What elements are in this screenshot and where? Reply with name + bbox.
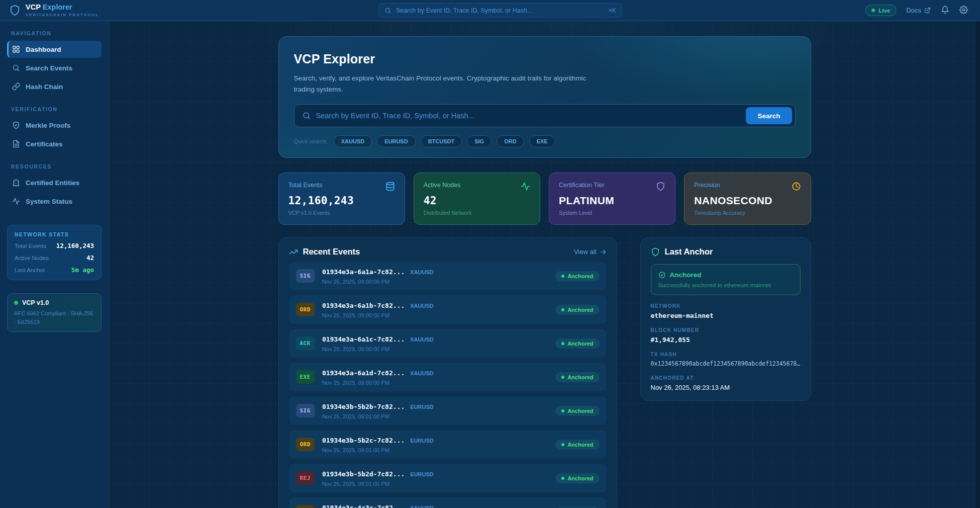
event-timestamp: Nov 25, 2025, 09:00:00 PM [322, 312, 555, 318]
event-symbol: EURUSD [410, 438, 433, 444]
stat-value: 12,160,243 [288, 195, 395, 207]
field-label: ANCHORED AT [651, 375, 801, 381]
event-timestamp: Nov 25, 2025, 09:00:00 PM [322, 380, 555, 386]
stat-sublabel: Distributed Network [424, 210, 530, 216]
status-dot [561, 443, 564, 446]
status-dot [561, 308, 564, 311]
anchored-status-badge: Anchored [555, 338, 599, 349]
sidebar-section-title: VERIFICATION [11, 106, 97, 112]
sidebar-section-resources: RESOURCESCertified EntitiesSystem Status [7, 163, 102, 210]
docs-link[interactable]: Docs [906, 7, 931, 14]
event-timestamp: Nov 25, 2025, 09:01:00 PM [322, 447, 555, 453]
quick-search-pill-eurusd[interactable]: EURUSD [377, 135, 415, 147]
activity-icon [521, 182, 530, 191]
stat-sublabel: VCP v1.0 Events [288, 210, 395, 216]
event-row[interactable]: ORD01934e3c-4c3c-7c82...XAUUSDNov 25, 20… [289, 497, 607, 508]
sidebar-section-title: NAVIGATION [11, 30, 97, 36]
quick-search-pill-xauusd[interactable]: XAUUSD [334, 135, 372, 147]
sidebar-item-certificates[interactable]: Certificates [7, 135, 102, 152]
sidebar-item-certified-entities[interactable]: Certified Entities [7, 174, 102, 191]
event-symbol: XAUUSD [410, 303, 433, 309]
settings-button[interactable] [959, 6, 968, 16]
stat-card-top: Total Events [288, 182, 395, 191]
quick-search-pill-btcusdt[interactable]: BTCUSDT [421, 135, 462, 147]
sidebar-item-search-events[interactable]: Search Events [7, 59, 102, 76]
event-row[interactable]: REJ01934e3b-5b2d-7c82...EURUSDNov 25, 20… [289, 464, 607, 492]
docs-label: Docs [906, 7, 921, 14]
event-type-badge: SIG [296, 269, 315, 283]
network-stat-value: 12,160,243 [56, 242, 94, 249]
view-all-label: View all [574, 248, 597, 256]
shield-logo-icon [9, 5, 21, 16]
top-header: VCPExplorer VERITASCHAIN PROTOCOL ⌘K Liv… [0, 0, 980, 21]
sidebar-item-system-status[interactable]: System Status [7, 193, 102, 210]
field-value: 0x1234567890abcdef1234567890abcdef123456… [651, 360, 801, 367]
gear-icon [959, 6, 968, 16]
event-timestamp: Nov 25, 2025, 09:01:00 PM [322, 413, 555, 419]
hero-search-input[interactable] [316, 112, 741, 120]
arrow-right-icon [600, 248, 607, 256]
event-row[interactable]: ACK01934e3a-6a1c-7c82...XAUUSDNov 25, 20… [289, 329, 607, 358]
sidebar-section-navigation: NAVIGATIONDashboardSearch EventsHash Cha… [7, 30, 102, 95]
anchored-status-badge: Anchored [555, 305, 599, 315]
quick-search-pill-exe[interactable]: EXE [529, 135, 555, 147]
sidebar-item-label: Merkle Proofs [26, 122, 70, 129]
event-id: 01934e3c-4c3c-7c82... [322, 504, 405, 508]
live-status-badge[interactable]: Live [865, 5, 896, 16]
stats-row: Total Events12,160,243VCP v1.0 EventsAct… [278, 173, 811, 225]
event-main: 01934e3a-6a1a-7c82...XAUUSDNov 25, 2025,… [322, 267, 555, 285]
anchored-label: Anchored [567, 341, 593, 347]
status-dot [561, 477, 564, 480]
shield-icon [651, 247, 660, 257]
event-line: 01934e3a-6a1b-7c82...XAUUSD [322, 301, 555, 310]
stat-card-certification-tier: Certification TierPLATINUMSystem Level [549, 173, 675, 225]
global-search[interactable]: ⌘K [378, 3, 622, 18]
link-icon [12, 82, 20, 91]
event-row[interactable]: SIG01934e3b-5b2b-7c82...EURUSDNov 25, 20… [289, 396, 607, 425]
event-symbol: XAUUSD [410, 269, 433, 275]
event-row[interactable]: ORD01934e3b-5b2c-7c82...EURUSDNov 25, 20… [289, 430, 607, 459]
certificate-icon [12, 140, 20, 148]
search-button[interactable]: Search [746, 107, 792, 124]
scrollbar-track[interactable] [976, 21, 980, 508]
sidebar-item-merkle-proofs[interactable]: Merkle Proofs [7, 117, 102, 134]
event-symbol: XAUUSD [410, 336, 433, 343]
status-dot [561, 275, 564, 278]
stat-card-top: Precision [694, 182, 801, 191]
event-timestamp: Nov 25, 2025, 09:01:00 PM [322, 481, 555, 487]
event-main: 01934e3a-6a1c-7c82...XAUUSDNov 25, 2025,… [322, 334, 555, 352]
quick-search-pill-ord[interactable]: ORD [497, 135, 524, 147]
trending-up-icon [289, 247, 298, 257]
view-all-link[interactable]: View all [574, 248, 607, 256]
sidebar-item-label: Search Events [26, 64, 72, 72]
event-id: 01934e3a-6a1c-7c82... [322, 335, 405, 343]
brand-name-secondary: Explorer [43, 3, 72, 11]
hero-search[interactable]: Search [294, 104, 796, 127]
page-title: VCP Explorer [294, 52, 796, 66]
stat-label: Total Events [288, 182, 323, 189]
activity-icon [12, 197, 20, 205]
sidebar-item-dashboard[interactable]: Dashboard [7, 41, 102, 58]
stat-card-active-nodes: Active Nodes42Distributed Network [414, 173, 540, 225]
stat-card-top: Active Nodes [424, 182, 530, 191]
event-timestamp: Nov 25, 2025, 09:00:00 PM [322, 279, 555, 285]
event-row[interactable]: EXE01934e3a-6a1d-7c82...XAUUSDNov 25, 20… [289, 363, 607, 391]
anchored-status-badge: Anchored [555, 473, 599, 483]
event-main: 01934e3b-5b2d-7c82...EURUSDNov 25, 2025,… [322, 469, 555, 487]
event-symbol: EURUSD [410, 404, 433, 410]
event-row[interactable]: ORD01934e3a-6a1b-7c82...XAUUSDNov 25, 20… [289, 295, 607, 324]
anchor-status-detail: Successfully anchored to ethereum-mainne… [658, 282, 793, 288]
main-content: VCP Explorer Search, verify, and explore… [109, 21, 980, 508]
global-search-input[interactable] [396, 7, 605, 14]
clock-icon [792, 182, 801, 191]
event-row[interactable]: SIG01934e3a-6a1a-7c82...XAUUSDNov 25, 20… [289, 262, 607, 290]
sidebar-item-hash-chain[interactable]: Hash Chain [7, 78, 102, 95]
notifications-button[interactable] [941, 6, 949, 16]
quick-search-pill-sig[interactable]: SIG [467, 135, 492, 147]
field-value: #1,942,055 [651, 336, 801, 344]
live-dot [871, 9, 875, 12]
event-main: 01934e3b-5b2c-7c82...EURUSDNov 25, 2025,… [322, 436, 555, 453]
stat-label: Certification Tier [559, 182, 604, 189]
version-title: VCP v1.0 [22, 299, 49, 306]
event-line: 01934e3a-6a1a-7c82...XAUUSD [322, 267, 555, 276]
